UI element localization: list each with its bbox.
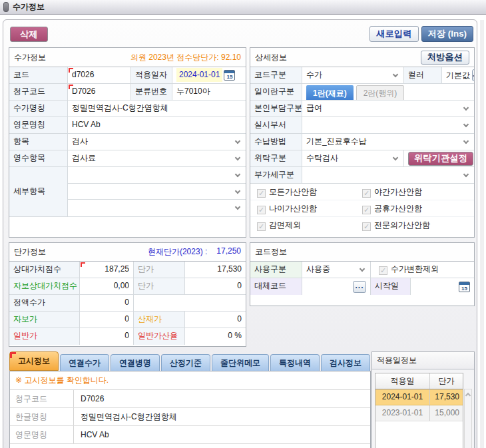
lane-option-2[interactable]: 2란(행위) [356, 85, 405, 100]
fee-name-label: 수가명칭 [9, 101, 68, 116]
history-price: 15,000 [430, 405, 463, 421]
price-row-label: 상대가치점수 [9, 262, 80, 278]
tab-test-info[interactable]: 검사정보 [321, 354, 370, 371]
color-default-value: 기본값 [446, 68, 470, 83]
notice-panel: ※ 고시정보를 확인합니다. 청구코드 D7026 한글명칭 정밀면역검사-C형… [9, 371, 371, 448]
chevron-down-icon [463, 138, 469, 144]
checkbox-icon[interactable]: ✓ [362, 222, 371, 231]
code-info-title: 코드정보 [255, 246, 287, 258]
eng-name-input[interactable]: HCV Ab [68, 117, 246, 133]
alt-code-search-button[interactable]: ... [353, 281, 366, 293]
scrollbar[interactable] [464, 389, 472, 448]
checkbox-item[interactable]: ✓전문의가산안함 [362, 220, 430, 231]
receipt-item-select[interactable]: 검사료 [68, 150, 246, 166]
vat-select[interactable] [302, 167, 474, 183]
history-date: 2023-01-01 [375, 405, 430, 421]
price-row-value2[interactable]: 0 [185, 312, 246, 328]
tab-notice-info[interactable]: 고시정보 [9, 351, 59, 371]
tab-line-memo[interactable]: 줄단위메모 [212, 354, 269, 371]
tab-calc-standard[interactable]: 산정기준 [161, 354, 210, 371]
apply-date-field[interactable]: 2024-01-01 [172, 67, 246, 83]
price-row-value[interactable]: 0 [80, 328, 134, 345]
chevron-down-icon [235, 155, 240, 160]
detail-item-select-3[interactable] [68, 200, 246, 216]
checkbox-item[interactable]: ✓감면제외 [250, 220, 362, 231]
rx-option-button[interactable]: 처방옵션 [421, 51, 469, 65]
lane-option-1[interactable]: 1란(재료) [306, 85, 354, 100]
code-type-label: 코드구분 [250, 67, 302, 83]
chevron-down-icon [235, 204, 240, 210]
use-type-select[interactable]: 사용중 [302, 262, 371, 278]
payment-label: 수납방법 [250, 134, 302, 150]
consign-select[interactable]: 수탁검사 [302, 150, 404, 166]
column-header-date[interactable]: 적용일 [375, 373, 430, 389]
payment-select[interactable]: 기본_진료후수납 [302, 134, 474, 150]
fee-name-input[interactable]: 정밀면역검사-C형간염항체 [68, 101, 246, 116]
price-row-value2[interactable]: 0 % [185, 328, 246, 345]
tab-specific-detail[interactable]: 특정내역 [270, 354, 320, 371]
checkbox-item[interactable]: ✓모든가산안함 [250, 186, 362, 198]
scroll-up-icon[interactable] [465, 393, 471, 398]
consign-org-button[interactable]: 위탁기관설정 [408, 152, 473, 166]
receipt-item-label: 영수항목 [9, 150, 68, 166]
eng-name-label: 영문명칭 [9, 117, 68, 133]
consign-label: 위탁구분 [250, 150, 302, 166]
chevron-down-icon [235, 188, 240, 193]
checkbox-item[interactable]: ✓야간가산안함 [362, 186, 422, 198]
apply-date-value[interactable]: 2024-01-01 [176, 68, 222, 82]
save-button[interactable]: 저장 (Ins) [421, 26, 474, 42]
new-entry-button[interactable]: 새로입력 [369, 26, 418, 42]
table-row[interactable]: 2023-01-01 15,000 [375, 405, 463, 421]
apply-history-table: 적용일 단가 2024-01-01 17,530 2023-01-01 15,0… [375, 373, 463, 448]
color-picker-button[interactable]: ... [472, 69, 474, 81]
code-input[interactable]: d7026 [68, 67, 131, 83]
checkbox-item[interactable]: ✓나이가산안함 [250, 203, 362, 214]
price-row-value[interactable]: 0 [80, 295, 134, 311]
code-type-select[interactable]: 수가 [302, 67, 404, 83]
price-row-value[interactable]: 0,00 [80, 278, 134, 294]
price-row-value[interactable]: 187,25 [80, 262, 134, 278]
start-date-field[interactable] [411, 278, 474, 295]
apply-history-panel: 적용일정보 적용일 단가 2024-01-01 17,530 2023-01-0… [371, 351, 475, 448]
checkbox-icon[interactable]: ✓ [362, 189, 371, 198]
price-row-value[interactable]: 0 [80, 312, 134, 328]
copay-select[interactable]: 급여 [302, 101, 474, 116]
bottom-tabs: 고시정보 연결수가 연결병명 산정기준 줄단위메모 특정내역 검사정보 [9, 351, 371, 371]
notice-row-label: 한글명칭 [10, 408, 74, 425]
chevron-down-icon [235, 172, 240, 177]
detail-item-select-2[interactable] [68, 184, 246, 200]
price-row-label2: 단가 [134, 262, 185, 278]
claim-code-input[interactable]: D7026 [68, 84, 131, 100]
main-panel: 삭제 새로입력 저장 (Ins) 수가정보 의원 2023년 점수당단가: 92… [3, 19, 477, 448]
notice-row-value: HCV Ab [74, 426, 116, 443]
calendar-icon[interactable] [459, 282, 470, 292]
chevron-down-icon [463, 122, 469, 127]
color-label: 컬러 [404, 67, 442, 83]
table-row[interactable]: 2024-01-01 17,530 [375, 389, 463, 405]
delete-button[interactable]: 삭제 [10, 27, 48, 42]
checkbox-icon[interactable]: ✓ [257, 206, 266, 214]
checkbox-icon[interactable]: ✓ [257, 222, 266, 231]
dept-label: 실시부서 [250, 117, 302, 133]
tab-linked-diagnosis[interactable]: 연결병명 [111, 354, 160, 371]
detail-item-select-1[interactable] [68, 167, 246, 184]
window-titlebar: 수가정보 [0, 0, 486, 15]
alt-code-input[interactable]: ... [302, 278, 371, 295]
history-price: 17,530 [430, 389, 463, 405]
checkbox-icon[interactable]: ✓ [257, 189, 266, 198]
convert-exclude-checkbox[interactable]: ✓수가변환제외 [371, 262, 474, 278]
detail-info-panel: 상세정보 처방옵션 코드구분 수가 컬러 기본값 ... ✖ 일이란구분 1란(… [250, 47, 475, 238]
detail-info-title: 상세정보 [255, 52, 287, 63]
checkbox-item[interactable]: ✓공휴가산안함 [362, 203, 422, 214]
class-no-input[interactable]: 누7010아 [172, 84, 246, 100]
checkbox-icon[interactable]: ✓ [362, 206, 371, 214]
tab-linked-fee[interactable]: 연결수가 [60, 354, 109, 371]
checkbox-icon[interactable]: ✓ [379, 266, 387, 275]
chevron-down-icon [393, 155, 398, 160]
item-select[interactable]: 검사 [68, 134, 246, 150]
notice-row-value: D7026 [74, 390, 111, 407]
dept-select[interactable] [302, 117, 474, 133]
calendar-icon[interactable] [224, 70, 235, 81]
column-header-price[interactable]: 단가 [430, 373, 463, 389]
right-splitter[interactable] [481, 20, 483, 448]
